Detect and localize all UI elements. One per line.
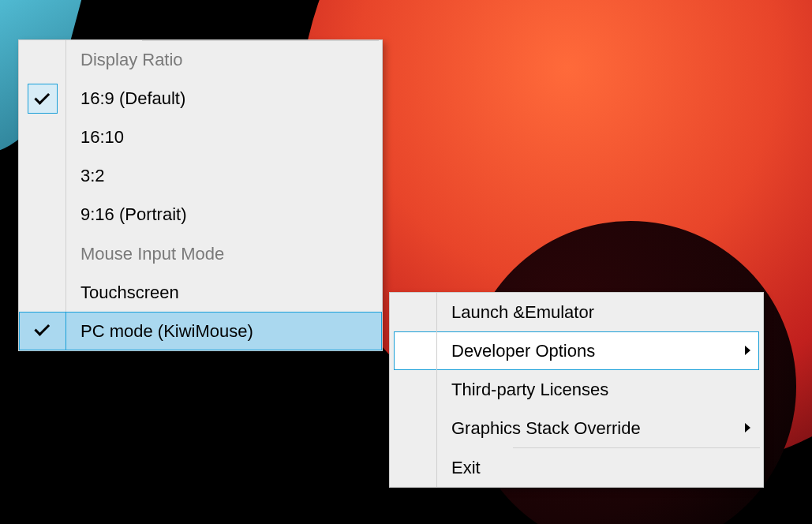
developer-options-submenu: Display Ratio 16:9 (Default) 16:10 3:2 9… xyxy=(18,39,383,351)
menu-gutter xyxy=(19,40,66,79)
menu-gutter xyxy=(19,234,66,273)
menu-gutter xyxy=(19,118,66,156)
menu-item-exit[interactable]: Exit xyxy=(390,448,763,487)
menu-item-label: 16:9 (Default) xyxy=(66,88,382,109)
menu-gutter xyxy=(19,79,66,118)
menu-item-pc-mode[interactable]: PC mode (KiwiMouse) xyxy=(19,312,382,350)
menu-gutter xyxy=(390,448,437,487)
menu-gutter xyxy=(390,409,437,447)
section-header-mouse-input: Mouse Input Mode xyxy=(19,234,382,273)
menu-gutter xyxy=(19,273,66,312)
section-label: Mouse Input Mode xyxy=(66,244,382,264)
section-label: Display Ratio xyxy=(66,50,382,70)
checked-indicator xyxy=(28,84,58,114)
menu-item-label: Graphics Stack Override xyxy=(437,418,732,439)
desktop-wallpaper: Display Ratio 16:9 (Default) 16:10 3:2 9… xyxy=(0,0,812,524)
menu-gutter xyxy=(19,195,66,234)
submenu-arrow-slot xyxy=(732,422,763,435)
menu-item-label: Developer Options xyxy=(437,341,732,361)
menu-item-label: 3:2 xyxy=(66,166,382,186)
submenu-arrow-slot xyxy=(732,345,763,357)
menu-item-touchscreen[interactable]: Touchscreen xyxy=(19,273,382,312)
menu-gutter xyxy=(19,312,66,350)
menu-item-developer-options[interactable]: Developer Options xyxy=(390,331,763,370)
menu-item-label: Touchscreen xyxy=(66,283,382,303)
menu-item-graphics-stack-override[interactable]: Graphics Stack Override xyxy=(390,409,763,447)
menu-gutter xyxy=(19,156,66,195)
check-icon xyxy=(34,88,50,104)
chevron-right-icon xyxy=(745,346,750,355)
menu-item-launch-emulator[interactable]: Launch &Emulator xyxy=(390,293,763,331)
menu-item-label: 9:16 (Portrait) xyxy=(66,204,382,225)
menu-item-ratio-9-16[interactable]: 9:16 (Portrait) xyxy=(19,195,382,234)
menu-item-third-party-licenses[interactable]: Third-party Licenses xyxy=(390,370,763,409)
chevron-right-icon xyxy=(745,423,750,432)
menu-gutter xyxy=(390,370,437,409)
menu-gutter xyxy=(390,293,437,331)
menu-item-label: Third-party Licenses xyxy=(437,380,732,400)
menu-item-label: Exit xyxy=(437,458,732,478)
menu-item-label: Launch &Emulator xyxy=(437,302,732,323)
menu-item-ratio-16-10[interactable]: 16:10 xyxy=(19,118,382,156)
menu-item-ratio-3-2[interactable]: 3:2 xyxy=(19,156,382,195)
menu-item-label: PC mode (KiwiMouse) xyxy=(66,321,382,342)
menu-item-label: 16:10 xyxy=(66,127,382,148)
context-menu-main: Launch &Emulator Developer Options Third… xyxy=(389,292,764,488)
section-header-display-ratio: Display Ratio xyxy=(19,40,382,79)
menu-item-ratio-16-9[interactable]: 16:9 (Default) xyxy=(19,79,382,118)
check-icon xyxy=(34,320,50,335)
menu-gutter xyxy=(390,331,437,370)
